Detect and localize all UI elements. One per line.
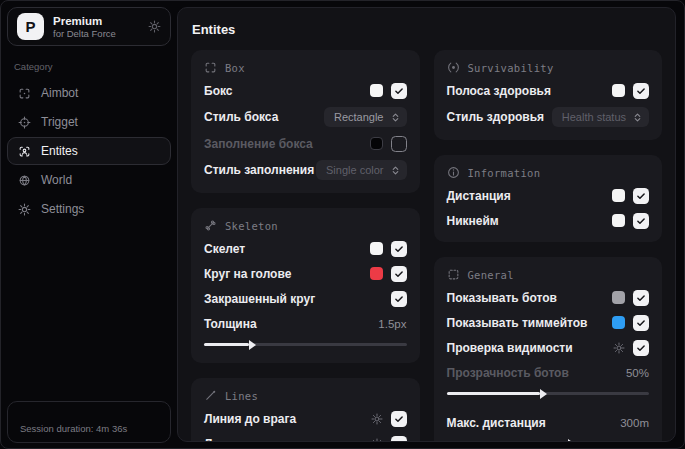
bone-icon bbox=[204, 219, 217, 232]
panel-title: Information bbox=[468, 167, 541, 179]
slider-track bbox=[447, 392, 650, 395]
person-scan-icon bbox=[18, 145, 31, 158]
setting-label: Никнейм bbox=[447, 214, 499, 228]
panel-title: General bbox=[468, 269, 514, 281]
sidebar-item-trigget[interactable]: Trigget bbox=[7, 108, 171, 136]
sidebar-item-world[interactable]: World bbox=[7, 166, 171, 194]
settings-columns: Box Бокс Стиль бокса Rectangle bbox=[191, 50, 662, 442]
setting-label: Прозрачность ботов bbox=[447, 366, 569, 380]
sidebar-item-label: Trigget bbox=[41, 115, 78, 129]
color-swatch[interactable] bbox=[370, 267, 383, 280]
setting-row: Никнейм bbox=[447, 212, 650, 229]
slider-fill bbox=[204, 343, 249, 346]
setting-row: Стиль бокса Rectangle bbox=[204, 107, 407, 127]
sidebar-nav: Aimbot Trigget Entites World bbox=[7, 79, 171, 223]
information-panel-header: Information bbox=[447, 166, 650, 179]
checkbox-unchecked[interactable] bbox=[391, 136, 407, 152]
checkbox-checked[interactable] bbox=[391, 411, 407, 427]
setting-label: Круг на голове bbox=[204, 267, 291, 281]
checkbox-checked[interactable] bbox=[391, 266, 407, 282]
skeleton-panel-header: Skeleton bbox=[204, 219, 407, 232]
setting-row: Линия взгляда bbox=[204, 435, 407, 442]
setting-label: Толщина bbox=[204, 317, 257, 331]
box-panel: Box Бокс Стиль бокса Rectangle bbox=[191, 50, 420, 193]
color-swatch[interactable] bbox=[370, 84, 383, 97]
select-value: Single color bbox=[326, 164, 383, 176]
color-swatch[interactable] bbox=[370, 137, 383, 150]
sidebar-item-settings[interactable]: Settings bbox=[7, 195, 171, 223]
color-swatch[interactable] bbox=[612, 189, 625, 202]
page-title: Entites bbox=[192, 22, 662, 37]
sidebar-item-entites[interactable]: Entites bbox=[7, 137, 171, 165]
checkbox-checked[interactable] bbox=[391, 241, 407, 257]
slider-value: 1.5px bbox=[378, 318, 406, 330]
brand-text: Premium for Delta Force bbox=[53, 15, 116, 39]
fill-style-select[interactable]: Single color bbox=[316, 160, 406, 180]
checkbox-checked[interactable] bbox=[633, 290, 649, 306]
gear-icon[interactable] bbox=[613, 342, 625, 354]
panel-title: Survivability bbox=[468, 62, 554, 74]
setting-label: Заполнение бокса bbox=[204, 137, 313, 151]
color-swatch[interactable] bbox=[612, 316, 625, 329]
setting-label: Стиль заполнения bbox=[204, 163, 314, 177]
pulse-circle-icon bbox=[447, 61, 460, 74]
entities-page: Entites Box Бокс bbox=[177, 7, 676, 442]
setting-row: Показывать тиммейтов bbox=[447, 314, 650, 331]
information-panel: Information Дистанция Никнейм bbox=[434, 155, 663, 242]
checkbox-checked[interactable] bbox=[391, 291, 407, 307]
bot-opacity-slider[interactable] bbox=[447, 388, 650, 399]
checkbox-checked[interactable] bbox=[633, 340, 649, 356]
sidebar-item-label: Entites bbox=[41, 144, 78, 158]
category-label: Category bbox=[14, 61, 171, 72]
session-duration: Session duration: 4m 36s bbox=[7, 401, 171, 443]
setting-row: Дистанция bbox=[447, 187, 650, 204]
panel-title: Box bbox=[225, 62, 245, 74]
checkbox-checked[interactable] bbox=[633, 83, 649, 99]
app-logo: P bbox=[17, 13, 44, 40]
checkbox-checked[interactable] bbox=[391, 436, 407, 443]
checkbox-checked[interactable] bbox=[633, 213, 649, 229]
sidebar-item-label: Aimbot bbox=[41, 86, 78, 100]
setting-row: Полоса здоровья bbox=[447, 82, 650, 99]
health-style-select[interactable]: Health status bbox=[552, 107, 649, 127]
sidebar-item-label: Settings bbox=[41, 202, 84, 216]
setting-label: Показывать тиммейтов bbox=[447, 316, 588, 330]
slider-value: 300m bbox=[620, 417, 649, 429]
crosshair-frame-icon bbox=[18, 87, 31, 100]
sidebar: P Premium for Delta Force Category Aimbo… bbox=[1, 1, 177, 448]
setting-row: Заполнение бокса bbox=[204, 135, 407, 152]
globe-icon bbox=[18, 174, 31, 187]
setting-label: Стиль бокса bbox=[204, 110, 278, 124]
thickness-slider[interactable] bbox=[204, 339, 407, 350]
setting-row: Прозрачность ботов 50% bbox=[447, 364, 650, 381]
setting-row: Круг на голове bbox=[204, 265, 407, 282]
setting-row: Бокс bbox=[204, 82, 407, 99]
panel-title: Skeleton bbox=[225, 220, 278, 232]
diagonal-line-icon bbox=[204, 389, 217, 402]
setting-label: Показывать ботов bbox=[447, 291, 557, 305]
setting-label: Закрашенный круг bbox=[204, 292, 315, 306]
gear-icon[interactable] bbox=[148, 20, 161, 33]
box-panel-header: Box bbox=[204, 61, 407, 74]
max-distance-slider[interactable] bbox=[447, 438, 650, 442]
setting-row: Макс. дистанция 300m bbox=[447, 414, 650, 431]
box-style-select[interactable]: Rectangle bbox=[324, 107, 407, 127]
slider-fill bbox=[447, 392, 540, 395]
gear-icon[interactable] bbox=[371, 413, 383, 425]
sidebar-item-aimbot[interactable]: Aimbot bbox=[7, 79, 171, 107]
setting-row: Закрашенный круг bbox=[204, 290, 407, 307]
setting-row: Толщина 1.5px bbox=[204, 315, 407, 332]
checkbox-checked[interactable] bbox=[633, 315, 649, 331]
left-column: Box Бокс Стиль бокса Rectangle bbox=[191, 50, 420, 442]
gear-icon[interactable] bbox=[371, 438, 383, 443]
checkbox-checked[interactable] bbox=[391, 83, 407, 99]
setting-row: Стиль здоровья Health status bbox=[447, 107, 650, 127]
color-swatch[interactable] bbox=[612, 84, 625, 97]
slider-track bbox=[204, 343, 407, 346]
color-swatch[interactable] bbox=[612, 291, 625, 304]
color-swatch[interactable] bbox=[612, 214, 625, 227]
color-swatch[interactable] bbox=[370, 242, 383, 255]
checkbox-checked[interactable] bbox=[633, 188, 649, 204]
setting-row: Показывать ботов bbox=[447, 289, 650, 306]
app-window: P Premium for Delta Force Category Aimbo… bbox=[0, 0, 685, 449]
